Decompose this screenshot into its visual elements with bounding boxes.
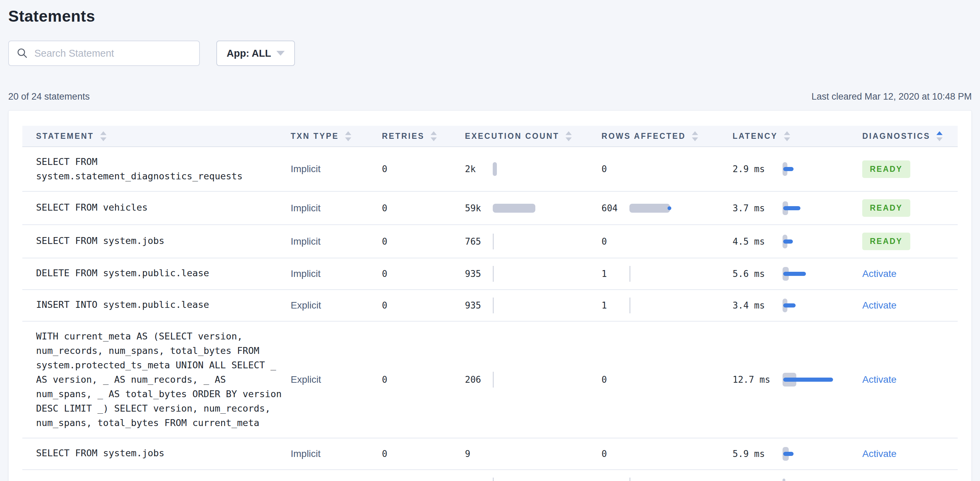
- sort-asc-icon: [692, 131, 698, 135]
- table-body: SELECT FROMsystem.statement_diagnostics_…: [22, 147, 958, 481]
- execution-count-value: 2k: [465, 164, 476, 174]
- latency-bar: [783, 447, 789, 461]
- execution-count-cell: 2k: [465, 161, 601, 177]
- txn-type-cell: Implicit: [291, 266, 382, 282]
- column-header-rows-affected[interactable]: Rows Affected: [601, 126, 733, 147]
- column-header-label: Latency: [732, 132, 777, 141]
- column-header-execution-count[interactable]: Execution Count: [465, 126, 601, 147]
- latency-value: 3.4 ms: [732, 300, 765, 311]
- rows-affected-bar: [629, 298, 630, 313]
- sort-arrows[interactable]: [345, 131, 351, 141]
- diagnostics-cell: Activate: [862, 478, 958, 481]
- execution-count-chart: [493, 372, 494, 387]
- statement-text: AS version, _ AS num_records, _ AS: [36, 373, 291, 387]
- sort-arrows[interactable]: [936, 131, 943, 141]
- sort-desc-icon: [936, 137, 943, 141]
- statement-cell[interactable]: WITH current_meta AS (SELECT version,num…: [22, 329, 291, 430]
- search-icon: [16, 48, 28, 59]
- sort-arrows[interactable]: [100, 131, 107, 141]
- table-row: SELECT FROM system.jobsImplicit0905.9 ms…: [22, 438, 958, 470]
- column-header-statement[interactable]: Statement: [22, 126, 291, 147]
- latency-bar: [783, 373, 796, 387]
- latency-chart: [783, 373, 796, 387]
- sort-asc-icon: [784, 131, 790, 135]
- sort-asc-icon: [431, 131, 437, 135]
- latency-cell: 3.7 ms: [732, 200, 862, 216]
- column-header-label: Txn Type: [291, 132, 339, 141]
- search-box[interactable]: [8, 41, 200, 66]
- sort-arrows[interactable]: [784, 131, 790, 141]
- rows-affected-value: 1: [601, 300, 607, 311]
- latency-bar: [783, 162, 788, 176]
- column-header-diagnostics[interactable]: Diagnostics: [862, 126, 958, 147]
- rows-affected-value: 0: [601, 374, 607, 385]
- controls-bar: App: ALL: [8, 41, 972, 66]
- table-row: SELECT FROM vehiclesImplicit059k6043.7 m…: [22, 192, 958, 225]
- execution-count-cell: 935: [465, 298, 601, 313]
- diagnostics-ready-badge[interactable]: READY: [862, 161, 910, 178]
- txn-type-value: Implicit: [291, 236, 320, 247]
- diagnostics-cell: Activate: [862, 266, 958, 282]
- diagnostics-cell: READY: [862, 233, 958, 250]
- rows-affected-cell: 604: [601, 200, 733, 216]
- latency-chart: [783, 479, 785, 481]
- table-row: DELETE FROM system.public.leaseImplicit0…: [22, 258, 958, 290]
- column-header-latency[interactable]: Latency: [732, 126, 862, 147]
- sort-desc-icon: [345, 137, 351, 141]
- app-filter-label: App: ALL: [227, 48, 271, 59]
- statement-cell[interactable]: SELECT FROM system.jobs: [22, 446, 291, 462]
- diagnostics-ready-badge[interactable]: READY: [862, 199, 910, 217]
- txn-type-cell: Implicit: [291, 478, 382, 481]
- diagnostics-ready-badge[interactable]: READY: [862, 233, 910, 250]
- latency-bar: [783, 201, 788, 215]
- diagnostics-activate-link[interactable]: Activate: [862, 300, 897, 311]
- sort-arrows[interactable]: [431, 131, 437, 141]
- diagnostics-activate-link[interactable]: Activate: [862, 448, 897, 459]
- txn-type-value: Implicit: [291, 203, 320, 214]
- statement-cell[interactable]: SELECT FROM vehicles: [22, 200, 291, 216]
- diagnostics-activate-link[interactable]: Activate: [862, 268, 897, 279]
- rows-affected-cell: 1: [601, 478, 733, 481]
- statement-cell[interactable]: SELECT FROMsystem.statement_diagnostics_…: [22, 154, 291, 183]
- app-filter-button[interactable]: App: ALL: [216, 41, 295, 66]
- statement-text: DELETE FROM system.public.lease: [36, 266, 291, 280]
- diagnostics-cell: READY: [862, 161, 958, 178]
- exec-count-bar: [493, 266, 494, 282]
- sort-asc-icon: [345, 131, 351, 135]
- retries-value: 0: [382, 449, 387, 459]
- diagnostics-cell: Activate: [862, 372, 958, 387]
- statement-cell[interactable]: INSERT INTO system.public.lease: [22, 298, 291, 313]
- exec-count-bar: [493, 162, 497, 176]
- latency-cell: 5.9 ms: [732, 446, 862, 462]
- retries-value: 0: [382, 374, 387, 385]
- latency-mean-bar: [783, 167, 794, 171]
- rows-affected-bar: [629, 266, 630, 282]
- latency-value: 4.5 ms: [732, 236, 765, 247]
- rows-affected-cell: 0: [601, 446, 733, 462]
- sort-arrows[interactable]: [566, 131, 572, 141]
- latency-mean-bar: [783, 303, 795, 307]
- statement-text: INSERT INTO user_promo_codes: [36, 478, 291, 481]
- statement-text: num_spans, total_bytes FROM current_meta: [36, 416, 291, 430]
- column-header-retries[interactable]: Retries: [382, 126, 465, 147]
- rows-affected-value: 604: [601, 203, 618, 213]
- search-input[interactable]: [34, 48, 192, 59]
- column-header-txn-type[interactable]: Txn Type: [291, 126, 382, 147]
- exec-count-bar: [493, 372, 494, 387]
- table-row: WITH current_meta AS (SELECT version,num…: [22, 322, 958, 438]
- statement-cell[interactable]: SELECT FROM system.jobs: [22, 234, 291, 249]
- statement-cell[interactable]: DELETE FROM system.public.lease: [22, 266, 291, 282]
- statement-cell[interactable]: INSERT INTO user_promo_codes: [22, 478, 291, 481]
- latency-mean-bar: [783, 272, 806, 276]
- statement-text: num_spans, _ AS total_bytes ORDER BY ver…: [36, 387, 291, 401]
- latency-chart: [783, 201, 788, 215]
- diagnostics-activate-link[interactable]: Activate: [862, 374, 897, 385]
- sort-arrows[interactable]: [692, 131, 698, 141]
- rows-affected-chart: [629, 478, 630, 481]
- rows-affected-value: 0: [601, 449, 607, 459]
- txn-type-value: Explicit: [291, 374, 321, 385]
- sort-desc-icon: [431, 137, 437, 141]
- retries-cell: 0: [382, 266, 465, 282]
- execution-count-chart: [493, 266, 494, 282]
- execution-count-cell: 935: [465, 266, 601, 282]
